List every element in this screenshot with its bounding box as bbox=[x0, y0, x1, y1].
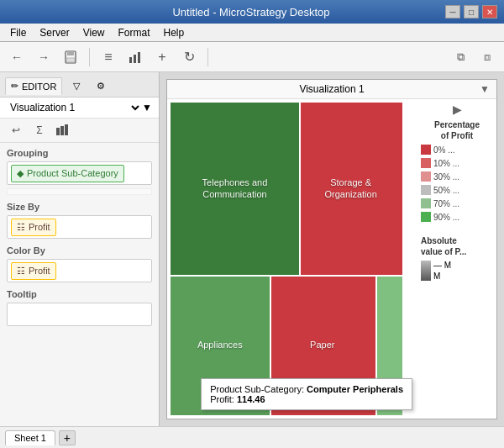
svg-rect-2 bbox=[66, 58, 75, 62]
treemap-storage[interactable]: Storage &Organization bbox=[299, 103, 402, 275]
sidebar: ✏ EDITOR ▽ ⚙ Visualization 1 ▼ ↩ Σ Group… bbox=[0, 72, 160, 426]
legend-item-4: 70% ... bbox=[421, 198, 493, 208]
svg-rect-6 bbox=[56, 128, 60, 135]
size-by-drop-zone[interactable]: ☷ Profit bbox=[7, 215, 152, 239]
bottom-bar: Sheet 1 + bbox=[0, 426, 504, 448]
tooltip-label: Tooltip bbox=[0, 284, 159, 301]
content-area: Visualization 1 ▼ Telephones and Communi… bbox=[160, 72, 504, 426]
svg-rect-3 bbox=[129, 57, 132, 63]
size-by-label: Size By bbox=[0, 197, 159, 213]
legend-gradient-box bbox=[421, 261, 431, 281]
treemap-telephones[interactable]: Telephones and Communication bbox=[171, 103, 299, 275]
svg-rect-1 bbox=[67, 51, 74, 55]
legend-gradient-labels: ― M M bbox=[433, 261, 451, 281]
viz-type-button[interactable] bbox=[54, 122, 72, 139]
grouping-label: Grouping bbox=[0, 143, 159, 160]
color-by-chip-icon: ☷ bbox=[17, 266, 25, 277]
menu-format[interactable]: Format bbox=[111, 25, 156, 40]
color-by-drop-zone[interactable]: ☷ Profit bbox=[7, 259, 152, 282]
menu-help[interactable]: Help bbox=[157, 25, 192, 40]
undo-button[interactable]: ↩ bbox=[7, 122, 25, 139]
viz-content: Telephones and Communication Storage &Or… bbox=[167, 99, 496, 419]
grouping-field-chip[interactable]: ◆ Product Sub-Category bbox=[11, 165, 124, 182]
viz-tools: ↩ Σ bbox=[0, 119, 159, 143]
add-button[interactable]: + bbox=[150, 46, 174, 68]
main-area: ✏ EDITOR ▽ ⚙ Visualization 1 ▼ ↩ Σ Group… bbox=[0, 72, 504, 426]
add-dataset-button[interactable]: ≡ bbox=[97, 46, 120, 68]
viz-select[interactable]: Visualization 1 bbox=[7, 101, 142, 114]
legend-item-1: 10% ... bbox=[421, 158, 493, 168]
viz-header: Visualization 1 ▼ bbox=[0, 98, 159, 119]
divider-h bbox=[299, 103, 301, 275]
svg-rect-5 bbox=[138, 52, 140, 63]
legend-separator bbox=[421, 225, 493, 232]
divider-v bbox=[171, 275, 402, 277]
chart-button[interactable] bbox=[123, 46, 147, 68]
share-button[interactable]: ⧉ bbox=[449, 46, 472, 68]
legend-item-2: 30% ... bbox=[421, 171, 493, 182]
legend-color-5 bbox=[421, 212, 431, 222]
legend-color-4 bbox=[421, 198, 431, 208]
legend-gradient: ― M M bbox=[421, 261, 493, 281]
back-button[interactable]: ← bbox=[5, 46, 29, 68]
maximize-button[interactable]: □ bbox=[464, 5, 479, 18]
refresh-button[interactable]: ↻ bbox=[177, 46, 201, 68]
tab-settings[interactable]: ⚙ bbox=[91, 77, 111, 95]
color-by-field-chip[interactable]: ☷ Profit bbox=[11, 262, 56, 280]
menu-server[interactable]: Server bbox=[33, 25, 76, 40]
tooltip-drop-zone[interactable] bbox=[7, 303, 152, 326]
tooltip-profit-value: 114.46 bbox=[237, 394, 265, 404]
add-sheet-button[interactable]: + bbox=[59, 430, 76, 445]
tab-filter[interactable]: ▽ bbox=[67, 77, 86, 95]
grouping-drop-zone[interactable]: ◆ Product Sub-Category bbox=[7, 161, 152, 185]
viz-dropdown-icon[interactable]: ▼ bbox=[142, 102, 152, 113]
svg-rect-8 bbox=[65, 124, 68, 135]
title-bar: Untitled - MicroStrategy Desktop ─ □ ✕ bbox=[0, 0, 504, 24]
viz-title-bar: Visualization 1 ▼ bbox=[167, 80, 496, 99]
close-button[interactable]: ✕ bbox=[482, 5, 497, 18]
legend-panel: ▶ Percentageof Profit 0% ... 10% ... 30%… bbox=[417, 103, 493, 415]
legend-absolute-title: Absolutevalue of P... bbox=[421, 235, 493, 257]
legend-color-2 bbox=[421, 171, 431, 182]
menu-file[interactable]: File bbox=[3, 25, 33, 40]
svg-rect-4 bbox=[134, 55, 136, 63]
viz-panel: Visualization 1 ▼ Telephones and Communi… bbox=[166, 79, 497, 419]
tooltip-line2: Profit: 114.46 bbox=[210, 394, 403, 404]
size-by-chip-icon: ☷ bbox=[17, 222, 25, 233]
color-by-label: Color By bbox=[0, 240, 159, 257]
save-button[interactable] bbox=[59, 46, 82, 68]
treemap-container: Telephones and Communication Storage &Or… bbox=[171, 103, 417, 415]
size-by-field-chip[interactable]: ☷ Profit bbox=[11, 219, 56, 236]
expand-button[interactable]: ⧈ bbox=[475, 46, 499, 68]
legend-color-3 bbox=[421, 185, 431, 195]
grouping-chip-icon: ◆ bbox=[17, 168, 24, 179]
legend-title: Percentageof Profit bbox=[421, 119, 493, 141]
tooltip: Product Sub-Category: Computer Periphera… bbox=[201, 378, 412, 410]
svg-rect-7 bbox=[60, 126, 64, 135]
legend-arrow-icon[interactable]: ▶ bbox=[421, 103, 493, 116]
toolbar: ← → ≡ + ↻ ⧉ ⧈ bbox=[0, 42, 504, 72]
forward-button[interactable]: → bbox=[32, 46, 55, 68]
tab-editor[interactable]: ✏ EDITOR bbox=[5, 77, 62, 95]
legend-color-0 bbox=[421, 145, 431, 155]
menu-bar: File Server View Format Help bbox=[0, 24, 504, 42]
legend-item-0: 0% ... bbox=[421, 145, 493, 155]
menu-view[interactable]: View bbox=[76, 25, 112, 40]
legend-item-3: 50% ... bbox=[421, 185, 493, 195]
tooltip-product-value: Computer Peripherals bbox=[307, 384, 403, 394]
window-title: Untitled - MicroStrategy Desktop bbox=[57, 6, 445, 18]
tooltip-line1: Product Sub-Category: Computer Periphera… bbox=[210, 384, 403, 394]
legend-item-5: 90% ... bbox=[421, 212, 493, 222]
sheet-tab-1[interactable]: Sheet 1 bbox=[5, 430, 55, 445]
viz-menu-icon[interactable]: ▼ bbox=[480, 83, 490, 95]
viz-title: Visualization 1 bbox=[299, 83, 364, 95]
sidebar-tabs: ✏ EDITOR ▽ ⚙ bbox=[0, 72, 159, 98]
minimize-button[interactable]: ─ bbox=[445, 5, 460, 18]
sigma-button[interactable]: Σ bbox=[30, 122, 49, 139]
window-controls: ─ □ ✕ bbox=[445, 5, 497, 18]
legend-color-1 bbox=[421, 158, 431, 168]
